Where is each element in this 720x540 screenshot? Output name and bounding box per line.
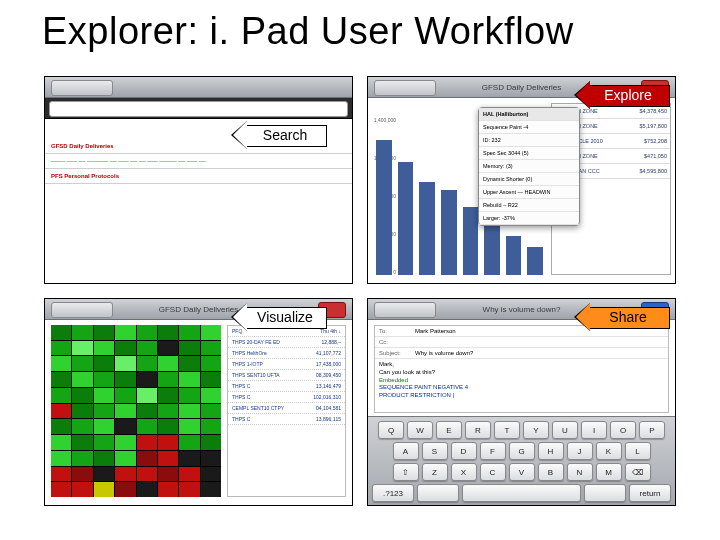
bar[interactable] <box>398 162 414 275</box>
table-row[interactable]: THPS 20-DAY FE ED12,888,– <box>228 337 345 348</box>
treemap-cell[interactable] <box>94 356 114 371</box>
treemap-cell[interactable] <box>51 435 71 450</box>
treemap-cell[interactable] <box>201 451 221 466</box>
treemap-cell[interactable] <box>137 435 157 450</box>
table-row[interactable]: THPS 1-IOTP17,438,000 <box>228 359 345 370</box>
treemap-cell[interactable] <box>51 467 71 482</box>
treemap-cell[interactable] <box>94 404 114 419</box>
subject-field[interactable]: Why is volume down? <box>415 350 473 356</box>
treemap-cell[interactable] <box>201 356 221 371</box>
treemap-cell[interactable] <box>179 404 199 419</box>
treemap-cell[interactable] <box>72 325 92 340</box>
treemap-cell[interactable] <box>201 372 221 387</box>
treemap-cell[interactable] <box>158 325 178 340</box>
treemap-cell[interactable] <box>94 325 114 340</box>
key-return[interactable]: return <box>629 484 671 502</box>
treemap-cell[interactable] <box>137 325 157 340</box>
treemap-cell[interactable] <box>137 404 157 419</box>
treemap-cell[interactable] <box>51 372 71 387</box>
key-C[interactable]: C <box>480 463 506 481</box>
bar[interactable] <box>506 236 522 276</box>
treemap-cell[interactable] <box>201 419 221 434</box>
keyboard[interactable]: QWERTYUIOPASDFGHJKL⇧ZXCVBNM⌫.?123return <box>368 416 675 505</box>
treemap-cell[interactable] <box>94 419 114 434</box>
key-Z[interactable]: Z <box>422 463 448 481</box>
treemap-cell[interactable] <box>72 372 92 387</box>
key-X[interactable]: X <box>451 463 477 481</box>
treemap-cell[interactable] <box>158 419 178 434</box>
treemap-cell[interactable] <box>158 482 178 497</box>
treemap-cell[interactable] <box>72 419 92 434</box>
treemap-cell[interactable] <box>179 325 199 340</box>
treemap-cell[interactable] <box>115 372 135 387</box>
treemap-cell[interactable] <box>115 356 135 371</box>
treemap-cell[interactable] <box>158 404 178 419</box>
treemap[interactable] <box>51 325 221 497</box>
treemap-cell[interactable] <box>51 482 71 497</box>
treemap-cell[interactable] <box>94 388 114 403</box>
back-segment[interactable] <box>374 80 436 96</box>
treemap-cell[interactable] <box>201 341 221 356</box>
treemap-cell[interactable] <box>72 451 92 466</box>
treemap-cell[interactable] <box>158 435 178 450</box>
treemap-cell[interactable] <box>51 341 71 356</box>
popover-item[interactable]: Dynamic Shorter (0) <box>479 173 579 186</box>
treemap-cell[interactable] <box>158 356 178 371</box>
popover-item[interactable]: Memory: (3) <box>479 160 579 173</box>
treemap-cell[interactable] <box>158 341 178 356</box>
list-item[interactable]: ──── ─── ── ────── ── ─── ── ── ─── ────… <box>45 154 352 169</box>
treemap-cell[interactable] <box>137 341 157 356</box>
treemap-cell[interactable] <box>115 419 135 434</box>
popover-item[interactable]: HAL (Halliburton) <box>479 108 579 121</box>
table-row[interactable]: THPS C102,016,310 <box>228 392 345 403</box>
key-Y[interactable]: Y <box>523 421 549 439</box>
key-W[interactable]: W <box>407 421 433 439</box>
table-row[interactable]: THPS HelthOre41,107,772 <box>228 348 345 359</box>
key-R[interactable]: R <box>465 421 491 439</box>
detail-popover[interactable]: HAL (Halliburton)Sequence Paint -4ID: 23… <box>478 107 580 226</box>
key-T[interactable]: T <box>494 421 520 439</box>
key-P[interactable]: P <box>639 421 665 439</box>
treemap-cell[interactable] <box>201 404 221 419</box>
key-S[interactable]: S <box>422 442 448 460</box>
treemap-cell[interactable] <box>201 467 221 482</box>
key-B[interactable]: B <box>538 463 564 481</box>
treemap-cell[interactable] <box>94 451 114 466</box>
treemap-cell[interactable] <box>137 467 157 482</box>
key-F[interactable]: F <box>480 442 506 460</box>
treemap-cell[interactable] <box>115 482 135 497</box>
treemap-cell[interactable] <box>137 419 157 434</box>
key-blank[interactable] <box>584 484 626 502</box>
treemap-cell[interactable] <box>179 467 199 482</box>
key-G[interactable]: G <box>509 442 535 460</box>
treemap-cell[interactable] <box>94 341 114 356</box>
treemap-cell[interactable] <box>158 388 178 403</box>
treemap-cell[interactable] <box>137 356 157 371</box>
treemap-cell[interactable] <box>115 451 135 466</box>
treemap-cell[interactable] <box>51 388 71 403</box>
treemap-cell[interactable] <box>115 435 135 450</box>
popover-item[interactable]: ID: 232 <box>479 134 579 147</box>
treemap-cell[interactable] <box>72 404 92 419</box>
back-segment[interactable] <box>374 302 436 318</box>
key-L[interactable]: L <box>625 442 651 460</box>
table-row[interactable]: THPS SENT10 UFTA08,309,450 <box>228 370 345 381</box>
treemap-cell[interactable] <box>137 451 157 466</box>
treemap-cell[interactable] <box>137 372 157 387</box>
bar[interactable] <box>419 182 435 275</box>
key-blank[interactable] <box>417 484 459 502</box>
key-⇧[interactable]: ⇧ <box>393 463 419 481</box>
key-space[interactable] <box>462 484 581 502</box>
treemap-cell[interactable] <box>51 325 71 340</box>
treemap-cell[interactable] <box>179 372 199 387</box>
key-I[interactable]: I <box>581 421 607 439</box>
bar[interactable] <box>376 140 392 275</box>
back-segment[interactable] <box>51 302 113 318</box>
table-row[interactable]: THPS C13,896,115 <box>228 414 345 425</box>
treemap-cell[interactable] <box>51 404 71 419</box>
key-O[interactable]: O <box>610 421 636 439</box>
treemap-cell[interactable] <box>137 388 157 403</box>
popover-item[interactable]: Upper Ascent — HEADWIN <box>479 186 579 199</box>
treemap-cell[interactable] <box>115 467 135 482</box>
treemap-cell[interactable] <box>72 356 92 371</box>
